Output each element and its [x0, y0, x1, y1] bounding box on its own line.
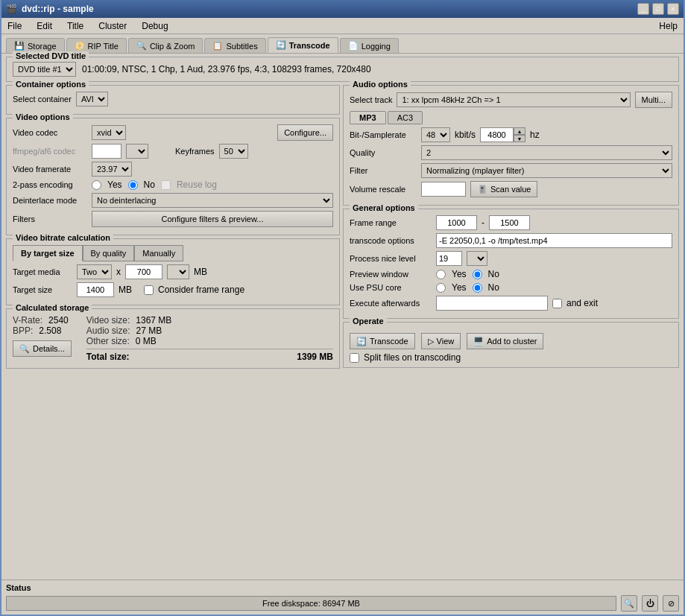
target-size-row: Target size MB Consider frame range	[13, 282, 333, 297]
execute-input[interactable]	[436, 296, 548, 311]
transcode-btn[interactable]: 🔄 Transcode	[350, 333, 415, 349]
tab-storage-label: Storage	[28, 42, 57, 51]
keyframes-select[interactable]: 50	[219, 144, 248, 159]
hz-label: hz	[530, 130, 540, 140]
filter-select[interactable]: Normalizing (mplayer filter)	[421, 163, 672, 178]
view-btn-icon: ▷	[428, 337, 434, 346]
audio-size-label: Audio size:	[86, 326, 130, 336]
twopass-no[interactable]	[128, 180, 138, 190]
menu-debug[interactable]: Debug	[139, 19, 171, 33]
process-input[interactable]	[436, 251, 462, 266]
filters-row: Filters Configure filters & preview...	[13, 211, 333, 227]
details-btn[interactable]: 🔍 Details...	[13, 340, 72, 357]
dash: -	[482, 217, 484, 228]
left-col: Container options Select container AVI V…	[6, 85, 340, 369]
audio-tab-mp3[interactable]: MP3	[350, 111, 386, 124]
audio-tab-ac3[interactable]: AC3	[388, 111, 423, 124]
ffmpeg-select[interactable]	[126, 144, 148, 159]
bpp-row: BPP: 2.508	[13, 326, 72, 336]
psu-row: Use PSU core Yes No	[350, 282, 672, 293]
titlebar-controls[interactable]: _ □ ×	[637, 3, 679, 15]
container-label: Container options	[13, 80, 89, 89]
tab-rip-title[interactable]: 📀 RIP Title	[66, 38, 127, 53]
frame-start-input[interactable]	[436, 215, 477, 230]
bitrate-spinner: ▲ ▼	[480, 127, 525, 142]
frame-end-input[interactable]	[489, 215, 530, 230]
tab-rip-label: RIP Title	[88, 42, 119, 51]
volume-label: Volume rescale	[350, 185, 417, 194]
tab-manually[interactable]: Manually	[134, 245, 183, 261]
add-to-cluster-btn[interactable]: 🖥️ Add to cluster	[467, 333, 543, 349]
split-checkbox[interactable]	[350, 353, 359, 363]
menu-help[interactable]: Help	[656, 19, 681, 33]
maximize-btn[interactable]: □	[652, 3, 664, 15]
menu-file[interactable]: File	[4, 19, 25, 33]
minimize-btn[interactable]: _	[637, 3, 649, 15]
vrate-row: V-Rate: 2540	[13, 315, 72, 326]
codec-row: Video codec xvid Configure...	[13, 124, 333, 141]
dvd-title-select[interactable]: DVD title #1	[13, 62, 76, 77]
codec-select[interactable]: xvid	[92, 125, 126, 140]
bitrate-samplerate-row: Bit-/Samplerate 48 kbit/s ▲ ▼ hz	[350, 127, 672, 142]
stop-icon-btn[interactable]: ⊘	[663, 595, 679, 612]
deinterlace-label: Deinterlace mode	[13, 196, 87, 205]
media-size-select[interactable]	[167, 264, 189, 279]
twopass-yes[interactable]	[92, 180, 101, 190]
preview-yes[interactable]	[436, 270, 446, 279]
consider-frame-range[interactable]	[144, 285, 154, 295]
tab-clip-zoom[interactable]: 🔍 Clip & Zoom	[128, 38, 203, 53]
reuse-log[interactable]	[161, 180, 171, 190]
spin-up[interactable]: ▲	[514, 127, 525, 135]
close-btn[interactable]: ×	[667, 3, 679, 15]
media-size-input[interactable]	[125, 264, 162, 279]
multi-btn[interactable]: Multi...	[635, 92, 672, 108]
target-size-input[interactable]	[77, 282, 114, 297]
bitrate-input[interactable]	[480, 127, 514, 142]
process-label: Process nice level	[350, 254, 432, 263]
scan-btn[interactable]: 🎚️ Scan value	[470, 181, 537, 197]
filters-btn[interactable]: Configure filters & preview...	[92, 211, 333, 227]
execute-row: Execute afterwards and exit	[350, 296, 672, 311]
target-media-select[interactable]: Two	[77, 264, 112, 279]
tab-transcode[interactable]: 🔄 Transcode	[268, 37, 338, 53]
psu-no[interactable]	[473, 283, 482, 293]
general-section: General options Frame range - transcode …	[343, 209, 679, 319]
spin-down[interactable]: ▼	[514, 135, 525, 142]
execute-label: Execute afterwards	[350, 299, 432, 308]
audio-track-select[interactable]: 1: xx lpcm 48kHz 2Ch => 1	[397, 92, 630, 107]
quality-select[interactable]: 2	[421, 145, 672, 160]
tab-transcode-label: Transcode	[289, 41, 330, 50]
calculated-section: Calculated storage V-Rate: 2540 BPP: 2.5…	[6, 308, 340, 369]
audio-size-value: 27 MB	[136, 326, 162, 336]
bitrate-tabs: By target size By quality Manually	[13, 245, 333, 261]
view-btn[interactable]: ▷ View	[421, 333, 461, 349]
tab-logging[interactable]: 📄 Logging	[340, 38, 399, 53]
keyframes-label: Keyframes	[175, 147, 215, 156]
volume-input[interactable]	[421, 182, 466, 197]
tab-subtitles[interactable]: 📋 Subtitles	[204, 38, 265, 53]
tab-by-quality[interactable]: By quality	[83, 245, 135, 261]
kbits-label: kbit/s	[455, 130, 476, 140]
deinterlace-select[interactable]: No deinterlacing	[92, 193, 333, 208]
tab-storage[interactable]: 💾 Storage	[6, 38, 65, 53]
bitrate-label: Bit-/Samplerate	[350, 130, 417, 139]
and-exit-check[interactable]	[552, 299, 562, 308]
menu-title[interactable]: Title	[64, 19, 86, 33]
preview-no[interactable]	[473, 270, 482, 279]
deinterlace-row: Deinterlace mode No deinterlacing	[13, 193, 333, 208]
volume-row: Volume rescale 🎚️ Scan value	[350, 181, 672, 197]
main-body: Container options Select container AVI V…	[6, 85, 679, 369]
process-select[interactable]	[467, 251, 487, 266]
menu-edit[interactable]: Edit	[34, 19, 55, 33]
psu-yes[interactable]	[436, 283, 446, 293]
zoom-icon-btn[interactable]: 🔍	[621, 595, 637, 612]
ffmpeg-input[interactable]	[92, 144, 121, 159]
configure-btn[interactable]: Configure...	[277, 124, 333, 141]
power-icon-btn[interactable]: ⏻	[642, 595, 658, 612]
transcode-options-input[interactable]	[436, 233, 672, 248]
samplerate-select[interactable]: 48	[421, 127, 450, 142]
framerate-select[interactable]: 23.97	[92, 162, 132, 177]
container-select[interactable]: AVI	[76, 92, 108, 107]
menu-cluster[interactable]: Cluster	[95, 19, 130, 33]
tab-by-target[interactable]: By target size	[13, 245, 83, 261]
